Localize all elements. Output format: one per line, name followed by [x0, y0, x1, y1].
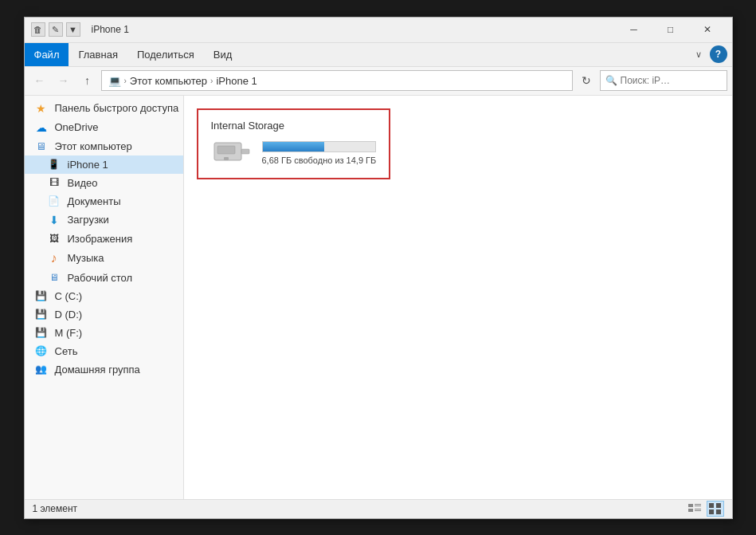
- search-input[interactable]: [621, 75, 722, 86]
- sidebar-label-homegroup: Домашняя группа: [55, 364, 140, 376]
- svg-rect-7: [688, 509, 693, 512]
- sidebar-label-network: Сеть: [55, 345, 78, 357]
- svg-rect-9: [695, 510, 701, 511]
- storage-bar-container: [262, 141, 377, 152]
- refresh-button[interactable]: ↻: [576, 70, 597, 91]
- sidebar-label-desktop: Рабочий стол: [68, 272, 133, 284]
- sidebar-label-documents: Документы: [68, 195, 121, 207]
- desktop-icon: 🖥: [47, 272, 61, 283]
- sidebar-item-network[interactable]: 🌐 Сеть: [25, 342, 183, 360]
- search-box[interactable]: 🔍: [600, 70, 727, 91]
- svg-rect-6: [695, 505, 701, 506]
- status-bar: 1 элемент: [25, 499, 732, 518]
- tile-view-button[interactable]: [707, 501, 724, 517]
- sidebar-item-homegroup[interactable]: 👥 Домашняя группа: [25, 360, 183, 379]
- svg-rect-5: [695, 504, 701, 505]
- image-icon: 🖼: [47, 233, 61, 244]
- network-icon: 🌐: [34, 345, 49, 356]
- sidebar-item-downloads[interactable]: ⬇ Загрузки: [25, 210, 183, 230]
- menu-bar: Файл Главная Поделиться Вид ∨ ?: [25, 43, 732, 67]
- svg-rect-11: [716, 503, 721, 508]
- sidebar-label-iphone: iPhone 1: [68, 159, 108, 171]
- sidebar-label-c-drive: C (C:): [55, 290, 83, 302]
- back-button[interactable]: ←: [29, 70, 50, 91]
- toolbar-icon-2[interactable]: ✎: [49, 22, 63, 37]
- sidebar-label-video: Видео: [68, 177, 98, 189]
- title-bar-icons: 🗑 ✎ ▼: [31, 22, 80, 37]
- toolbar-icon-1[interactable]: 🗑: [31, 22, 45, 37]
- sidebar-label-m-drive: M (F:): [55, 327, 83, 339]
- forward-button[interactable]: →: [53, 70, 74, 91]
- svg-rect-13: [716, 509, 721, 514]
- svg-rect-1: [217, 146, 235, 154]
- sidebar-item-m-drive[interactable]: 💾 M (F:): [25, 324, 183, 342]
- search-icon: 🔍: [605, 75, 617, 86]
- storage-card[interactable]: Internal Storage: [197, 108, 391, 179]
- svg-rect-3: [224, 157, 229, 160]
- sidebar-label-onedrive: OneDrive: [55, 121, 99, 133]
- svg-rect-2: [241, 149, 249, 154]
- sidebar: ★ Панель быстрого доступа ☁ OneDrive 🖥 Э…: [25, 96, 184, 499]
- sidebar-label-downloads: Загрузки: [68, 214, 109, 226]
- sidebar-item-desktop[interactable]: 🖥 Рабочий стол: [25, 269, 183, 287]
- sidebar-item-music[interactable]: ♪ Музыка: [25, 248, 183, 269]
- svg-rect-12: [709, 509, 714, 514]
- storage-bar-fill: [263, 142, 325, 151]
- sidebar-item-video[interactable]: 🎞 Видео: [25, 174, 183, 192]
- window-controls: ─ □ ✕: [616, 17, 726, 42]
- breadcrumb-sep-1: ›: [124, 77, 127, 85]
- status-bar-right: [686, 501, 724, 517]
- toolbar-dropdown[interactable]: ▼: [66, 22, 80, 37]
- sidebar-label-images: Изображения: [68, 233, 133, 245]
- sidebar-item-images[interactable]: 🖼 Изображения: [25, 230, 183, 248]
- tile-view-icon: [709, 503, 722, 514]
- help-button[interactable]: ?: [710, 45, 727, 63]
- sidebar-item-this-pc[interactable]: 🖥 Этот компьютер: [25, 137, 183, 155]
- storage-card-title: Internal Storage: [211, 120, 285, 132]
- storage-info: 6,68 ГБ свободно из 14,9 ГБ: [262, 141, 377, 165]
- drive-m-icon: 💾: [34, 327, 49, 338]
- breadcrumb-iphone[interactable]: iPhone 1: [216, 75, 257, 87]
- menu-chevron[interactable]: ∨: [691, 48, 707, 61]
- sidebar-item-quick-access[interactable]: ★ Панель быстрого доступа: [25, 99, 183, 118]
- star-icon: ★: [34, 102, 49, 115]
- menu-bar-right: ∨ ?: [691, 45, 732, 63]
- menu-home[interactable]: Главная: [69, 43, 127, 66]
- breadcrumb-sep-2: ›: [210, 77, 213, 85]
- menu-view[interactable]: Вид: [204, 43, 242, 66]
- breadcrumb-bar[interactable]: 💻 › Этот компьютер › iPhone 1: [101, 70, 573, 91]
- sidebar-label-quick-access: Панель быстрого доступа: [55, 102, 179, 114]
- minimize-button[interactable]: ─: [616, 17, 652, 42]
- homegroup-icon: 👥: [34, 364, 49, 375]
- download-icon: ⬇: [47, 214, 61, 226]
- document-icon: 📄: [47, 195, 61, 207]
- sidebar-item-d-drive[interactable]: 💾 D (D:): [25, 305, 183, 324]
- menu-share[interactable]: Поделиться: [127, 43, 204, 66]
- title-bar: 🗑 ✎ ▼ iPhone 1 ─ □ ✕: [25, 18, 732, 43]
- main-area: ★ Панель быстрого доступа ☁ OneDrive 🖥 Э…: [25, 96, 732, 499]
- breadcrumb-this-pc[interactable]: Этот компьютер: [130, 75, 207, 87]
- list-view-button[interactable]: [686, 501, 703, 517]
- cloud-icon: ☁: [34, 121, 49, 134]
- breadcrumb-icon: 💻: [108, 75, 121, 87]
- music-icon: ♪: [47, 251, 61, 266]
- svg-rect-4: [688, 504, 693, 507]
- drive-svg: [211, 138, 253, 168]
- sidebar-label-this-pc: Этот компьютер: [55, 140, 132, 152]
- maximize-button[interactable]: □: [652, 17, 689, 42]
- window-title: iPhone 1: [92, 24, 613, 35]
- drive-c-icon: 💾: [34, 290, 49, 301]
- menu-file[interactable]: Файл: [25, 43, 69, 66]
- sidebar-item-iphone[interactable]: 📱 iPhone 1: [25, 155, 183, 174]
- address-bar: ← → ↑ 💻 › Этот компьютер › iPhone 1 ↻ 🔍: [25, 67, 732, 96]
- sidebar-label-d-drive: D (D:): [55, 309, 83, 321]
- sidebar-item-c-drive[interactable]: 💾 C (C:): [25, 287, 183, 305]
- list-view-icon: [688, 503, 701, 514]
- phone-icon: 📱: [47, 159, 61, 170]
- up-button[interactable]: ↑: [77, 70, 98, 91]
- storage-card-body: 6,68 ГБ свободно из 14,9 ГБ: [211, 138, 377, 168]
- drive-d-icon: 💾: [34, 309, 49, 320]
- sidebar-item-onedrive[interactable]: ☁ OneDrive: [25, 118, 183, 137]
- sidebar-item-documents[interactable]: 📄 Документы: [25, 192, 183, 210]
- close-button[interactable]: ✕: [689, 17, 726, 42]
